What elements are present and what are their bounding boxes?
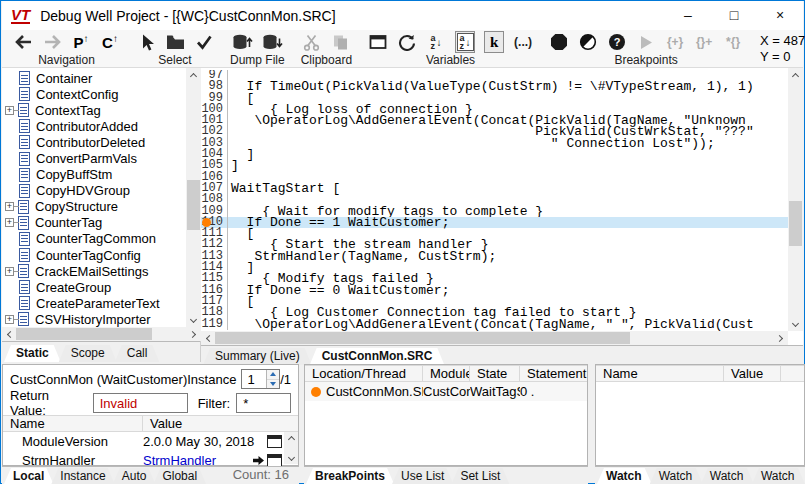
tree-item-countertag[interactable]: +CounterTag: [2, 215, 185, 231]
watch-tab-watch-4[interactable]: Watch 4: [752, 468, 805, 484]
column-header-state[interactable]: State: [470, 366, 520, 381]
code-text[interactable]: WaitTagStart [: [228, 183, 340, 194]
navigate-back-button[interactable]: [13, 31, 33, 53]
line-number[interactable]: 119: [201, 319, 228, 330]
toggle-breakpoint-icon[interactable]: [578, 31, 598, 53]
stop-icon[interactable]: [549, 31, 569, 53]
code-line-119[interactable]: 119 \OperatorLog\AddGeneralEvent(Concat(…: [201, 319, 788, 330]
expand-plus-icon[interactable]: +: [5, 202, 14, 211]
cut-icon[interactable]: [302, 31, 322, 53]
editor-horizontal-scrollbar[interactable]: [201, 331, 788, 345]
tree-item-crackemailsettings[interactable]: +CrackEMailSettings: [2, 263, 185, 279]
scroll-up-icon[interactable]: [287, 436, 294, 443]
brace-add-icon[interactable]: {+}: [665, 31, 685, 53]
spin-down-icon[interactable]: [267, 380, 279, 389]
scroll-down-icon[interactable]: [788, 317, 802, 331]
watch-tab-watch-2[interactable]: Watch 2: [650, 468, 703, 484]
tree-item-csvhistoryimporter[interactable]: +CSVHistoryImporter: [2, 311, 185, 327]
maximize-button[interactable]: □: [711, 1, 757, 30]
tree-horizontal-scrollbar[interactable]: [2, 327, 201, 341]
variable-row-moduleversion[interactable]: ModuleVersion 2.0.0 May 30, 2018: [3, 432, 298, 451]
tree-item-contributordeleted[interactable]: ContributorDeleted: [2, 134, 185, 150]
minimize-button[interactable]: –: [665, 1, 711, 30]
code-text[interactable]: \OperatorLog\AddGeneralEvent(Concat(TagN…: [228, 319, 754, 330]
spin-up-icon[interactable]: [267, 370, 279, 380]
code-line-110[interactable]: 110 If Done == 1 WaitCustomer;: [201, 217, 788, 228]
code-text[interactable]: If TimeOut(PickValid(ValueType(CustStrm)…: [228, 81, 754, 92]
code-line-107[interactable]: 107WaitTagStart [: [201, 183, 788, 194]
watch-tab-watch-3[interactable]: Watch 3: [701, 468, 754, 484]
locals-tab-instance[interactable]: Instance: [51, 468, 114, 484]
scroll-down-icon[interactable]: [186, 313, 200, 327]
scroll-up-icon[interactable]: [186, 68, 200, 82]
expand-plus-icon[interactable]: +: [5, 106, 14, 115]
code-text[interactable]: If Done == 1 WaitCustomer;: [228, 217, 449, 228]
scroll-left-icon[interactable]: [2, 327, 16, 341]
tree-tab-call[interactable]: Call: [115, 345, 160, 362]
dump-read-icon[interactable]: [262, 31, 283, 53]
close-button[interactable]: ×: [757, 1, 803, 30]
query-breakpoint-icon[interactable]: ?: [607, 31, 627, 53]
column-header-module[interactable]: Module: [423, 366, 470, 381]
window-icon[interactable]: [368, 31, 388, 53]
dump-write-icon[interactable]: [232, 31, 253, 53]
editor-vertical-scrollbar[interactable]: [788, 68, 803, 331]
goto-module-icon[interactable]: [252, 455, 265, 466]
scrollbar-thumb[interactable]: [187, 180, 200, 230]
locals-tab-global[interactable]: Global: [153, 468, 206, 484]
tree-item-copystructure[interactable]: +CopyStructure: [2, 199, 185, 215]
sort-doc-az-icon[interactable]: az↓: [455, 31, 475, 53]
ellipsis-icon[interactable]: (...): [513, 31, 533, 53]
code-line-104[interactable]: 104 ]: [201, 149, 788, 160]
scrollbar-thumb[interactable]: [215, 332, 630, 344]
tree-item-copybuffstm[interactable]: CopyBuffStm: [2, 167, 185, 183]
scroll-right-icon[interactable]: [187, 327, 201, 341]
source-code-view[interactable]: 9798 If TimeOut(PickValid(ValueType(Cust…: [201, 70, 788, 331]
locals-tab-auto[interactable]: Auto: [113, 468, 156, 484]
code-line-105[interactable]: 105]: [201, 160, 788, 171]
tree-tab-scope[interactable]: Scope: [59, 345, 117, 362]
code-line-103[interactable]: 103 " Connection Lost"));: [201, 138, 788, 149]
variables-scrollbar[interactable]: [284, 432, 298, 464]
code-line-116[interactable]: 116 If Done == 0 WaitCustomer;: [201, 285, 788, 296]
code-text[interactable]: If Done == 0 WaitCustomer;: [228, 285, 449, 296]
scroll-right-icon[interactable]: [774, 331, 788, 345]
instance-spinner[interactable]: 1: [241, 369, 280, 389]
folder-icon[interactable]: [165, 31, 185, 53]
call-up-button[interactable]: C↑: [100, 31, 120, 53]
breakpoint-row[interactable]: CustConnMon.SRC/# CustConn WaitTagS 0 .: [305, 382, 587, 401]
return-value-field[interactable]: Invalid: [93, 393, 188, 413]
tree-tab-static[interactable]: Static: [4, 345, 61, 362]
locals-tab-local[interactable]: Local: [4, 468, 53, 484]
brace-remove-icon[interactable]: {}+: [694, 31, 714, 53]
scroll-left-icon[interactable]: [201, 331, 215, 345]
refresh-icon[interactable]: [397, 31, 417, 53]
column-header-name[interactable]: Name: [3, 416, 143, 431]
editor-tab-summary-live[interactable]: Summary (Live): [203, 348, 312, 365]
tree-item-copyhdvgroup[interactable]: CopyHDVGroup: [2, 183, 185, 199]
breakpoints-tab-breakpoints[interactable]: BreakPoints: [306, 468, 394, 484]
tree-item-contexttag[interactable]: +ContextTag: [2, 102, 185, 118]
tree-item-countertagcommon[interactable]: CounterTagCommon: [2, 231, 185, 247]
tree-item-convertparmvals[interactable]: ConvertParmVals: [2, 150, 185, 166]
tree-item-container[interactable]: Container: [2, 70, 185, 86]
filter-field[interactable]: *: [236, 393, 291, 413]
code-text[interactable]: " Connection Lost"));: [228, 138, 715, 149]
editor-tab-custconnmon-src[interactable]: CustConnMon.SRC: [310, 348, 445, 365]
column-header-value[interactable]: Value: [143, 416, 298, 431]
expand-plus-icon[interactable]: +: [5, 218, 14, 227]
code-line-113[interactable]: 113 StrmHandler(TagName, CustStrm);: [201, 251, 788, 262]
tree-item-countertagconfig[interactable]: CounterTagConfig: [2, 247, 185, 263]
column-header-name[interactable]: Name: [596, 366, 724, 381]
open-in-window-icon[interactable]: [267, 435, 282, 448]
code-line-98[interactable]: 98 If TimeOut(PickValid(ValueType(CustSt…: [201, 81, 788, 92]
breakpoints-tab-use-list[interactable]: Use List: [392, 468, 453, 484]
code-text[interactable]: ]: [228, 160, 239, 171]
paste-icon[interactable]: [331, 31, 351, 53]
procedure-up-button[interactable]: P↑: [71, 31, 91, 53]
check-icon[interactable]: [194, 31, 214, 53]
expand-plus-icon[interactable]: +: [5, 267, 14, 276]
expand-plus-icon[interactable]: +: [5, 315, 14, 324]
column-header-statement[interactable]: Statement: [520, 366, 587, 381]
scroll-up-icon[interactable]: [788, 68, 802, 82]
